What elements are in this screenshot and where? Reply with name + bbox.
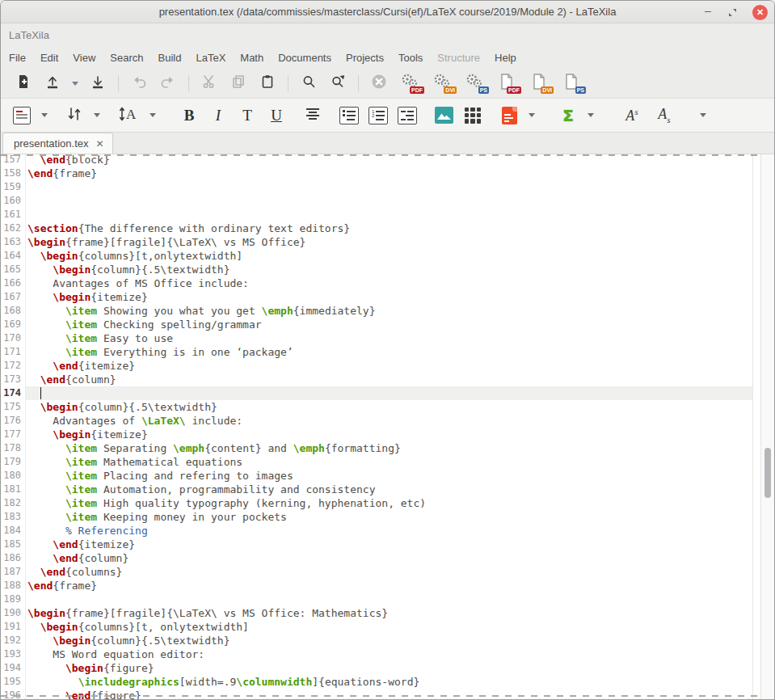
line-number: 179 <box>1 455 26 469</box>
build-dvi-button[interactable]: DVI <box>430 73 454 94</box>
app-menu-button[interactable]: LaTeXila <box>9 29 49 41</box>
svg-text:A: A <box>126 107 137 122</box>
line-number: 171 <box>1 345 26 359</box>
code-line: 170 \item Easy to use <box>1 331 752 345</box>
line-number: 190 <box>1 606 26 620</box>
menu-latex[interactable]: LaTeX <box>188 48 233 67</box>
character-size-dropdown-icon[interactable] <box>150 113 156 117</box>
copy-button <box>228 73 249 94</box>
code-line: 186 \end{column} <box>1 551 752 565</box>
line-number: 177 <box>1 428 26 441</box>
line-text: \begin{column}{.5\textwidth} <box>26 400 752 414</box>
code-line: 193 MS Word equation editor: <box>1 647 752 661</box>
character-size-icon: A <box>117 105 140 126</box>
menu-help[interactable]: Help <box>487 48 524 67</box>
menu-edit[interactable]: Edit <box>33 48 65 67</box>
search-replace-icon <box>330 74 346 93</box>
search-button[interactable] <box>298 73 319 94</box>
code-line: 165 \begin{column}{.5\textwidth} <box>1 263 752 276</box>
code-line: 157 \end{block} <box>1 154 752 167</box>
minimize-button[interactable]: – <box>703 7 713 17</box>
main-toolbar: PDF DVI PS <box>1 69 774 99</box>
menu-view[interactable]: View <box>65 48 103 67</box>
menu-search[interactable]: Search <box>103 48 150 67</box>
view-ps-button[interactable]: PS <box>559 73 583 94</box>
line-text: \begin{columns}[t, onlytextwidth] <box>26 620 752 634</box>
line-number: 161 <box>1 208 26 221</box>
scrollbar-thumb[interactable] <box>764 448 771 498</box>
center-button[interactable] <box>302 105 323 126</box>
close-button[interactable]: ✕ <box>752 5 768 20</box>
bold-icon: B <box>184 107 195 124</box>
menu-file[interactable]: File <box>2 48 33 67</box>
code-line: 189 <box>1 592 752 606</box>
title-bar[interactable]: presentation.tex (/data/commissies/maste… <box>1 1 774 23</box>
line-text: % Referencing <box>26 524 752 538</box>
restore-icon[interactable] <box>727 7 738 18</box>
vertical-scrollbar[interactable] <box>760 154 774 699</box>
insert-image-button[interactable] <box>433 105 454 126</box>
menu-documents[interactable]: Documents <box>271 48 339 67</box>
superscript-button[interactable]: As <box>620 105 644 126</box>
bold-button[interactable]: B <box>179 105 200 126</box>
itemize-icon <box>339 107 359 124</box>
new-document-button[interactable] <box>13 73 34 94</box>
tab-close-icon[interactable]: ✕ <box>96 139 104 149</box>
sectioning-button[interactable] <box>11 105 32 126</box>
italic-button[interactable]: I <box>208 105 229 126</box>
line-number: 163 <box>1 235 26 249</box>
code-line: 190\begin{frame}[fragile]{\LaTeX\ vs MS … <box>1 606 752 620</box>
menu-build[interactable]: Build <box>151 48 189 67</box>
line-text: \begin{itemize} <box>26 290 752 304</box>
line-number: 162 <box>1 221 26 235</box>
line-text: \item High quality typography (kerning, … <box>26 496 752 510</box>
build-pdf-button[interactable]: PDF <box>398 73 422 94</box>
save-button[interactable] <box>87 73 108 94</box>
presentation-dropdown-icon[interactable] <box>529 113 535 117</box>
description-button[interactable] <box>397 105 418 126</box>
line-number: 158 <box>1 167 26 180</box>
line-text <box>26 194 752 208</box>
line-text: \section{The difference with ordinary te… <box>26 221 752 235</box>
description-list-icon <box>398 107 417 124</box>
line-text: \begin{column}{.5\textwidth} <box>26 263 752 276</box>
underline-icon: U <box>271 107 282 124</box>
enumerate-button[interactable]: 1 2 <box>368 105 389 126</box>
paste-button[interactable] <box>257 73 278 94</box>
sectioning-dropdown-icon[interactable] <box>41 113 48 117</box>
presentation-button[interactable] <box>499 105 520 126</box>
build-ps-button[interactable]: PS <box>462 73 486 94</box>
code-line: 166 Avantages of MS Office include: <box>1 276 752 290</box>
line-text: Avantages of MS Office include: <box>26 276 752 290</box>
typewriter-button[interactable]: T <box>237 105 258 126</box>
view-pdf-button[interactable]: PDF <box>495 73 519 94</box>
references-button[interactable] <box>64 105 85 126</box>
menu-projects[interactable]: Projects <box>339 48 391 67</box>
search-replace-button[interactable] <box>327 73 348 94</box>
code-editor[interactable]: 157 \end{block}158\end{frame}15916016116… <box>1 154 774 699</box>
math-button[interactable]: Σ <box>558 105 579 126</box>
references-dropdown-icon[interactable] <box>94 113 100 117</box>
subscript-button[interactable]: As <box>652 105 676 126</box>
tab-presentation-tex[interactable]: presentation.tex ✕ <box>2 133 113 154</box>
open-button[interactable] <box>42 73 63 94</box>
window-title: presentation.tex (/data/commissies/maste… <box>159 6 617 18</box>
code-line: 168 \item Showing you what you get \emph… <box>1 304 752 318</box>
view-dvi-button[interactable]: DVI <box>527 73 551 94</box>
underline-button[interactable]: U <box>266 105 287 126</box>
menu-math[interactable]: Math <box>233 48 271 67</box>
itemize-button[interactable] <box>339 105 360 126</box>
tab-bar: presentation.tex ✕ <box>1 133 774 154</box>
clipped-line-bottom <box>1 695 774 697</box>
italic-icon: I <box>216 107 221 124</box>
menu-tools[interactable]: Tools <box>391 48 430 67</box>
math-dropdown-icon[interactable] <box>588 113 594 117</box>
character-size-button[interactable]: A <box>116 105 141 126</box>
line-number: 172 <box>1 359 26 373</box>
line-number: 168 <box>1 304 26 318</box>
subscript-icon: As <box>658 106 670 124</box>
table-icon <box>465 108 481 124</box>
insert-table-button[interactable] <box>462 105 483 126</box>
scripts-dropdown-icon[interactable] <box>700 113 706 117</box>
open-dropdown-icon[interactable] <box>72 82 78 86</box>
